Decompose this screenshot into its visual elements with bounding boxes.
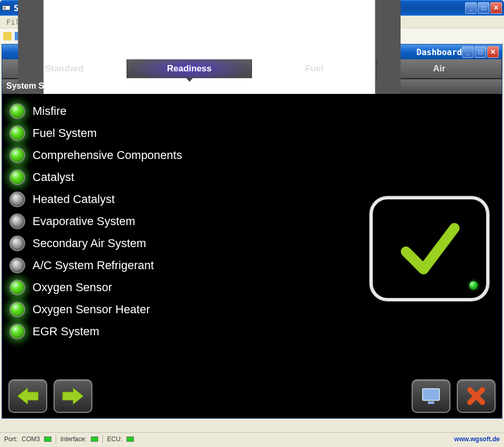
next-button[interactable] [54,379,92,413]
port-indicator-icon [44,437,51,442]
outer-window: ScanMaster-ELM _ □ ✕ File Options Tools … [0,0,504,447]
website-link[interactable]: www.wgsoft.de [454,435,500,443]
tab-standard[interactable]: Standard [2,59,127,78]
nav-buttons-left [8,379,92,413]
overall-status-indicator [370,196,489,301]
dashboard-window: Dashboard _ □ ✕ Standard Readiness Fuel … [2,44,502,419]
status-led-icon [9,191,25,207]
status-label: Secondary Air System [33,237,146,250]
status-dot-icon [469,281,478,290]
status-item: Comprehensive Components [9,147,495,163]
tab-fuel[interactable]: Fuel [252,59,377,78]
status-led-icon [9,302,25,317]
status-label: Oxygen Sensor Heater [33,303,150,316]
cancel-button[interactable] [457,379,496,413]
outer-window-controls: _ □ ✕ [465,2,502,14]
status-label: EGR System [33,325,99,338]
status-led-icon [9,236,25,251]
status-label: Comprehensive Components [33,148,182,162]
status-label: Misfire [33,104,67,118]
port-value: COM3 [22,435,40,443]
status-led-icon [9,169,25,185]
status-label: Oxygen Sensor [33,281,112,294]
svg-rect-18 [428,401,434,404]
ecu-label: ECU: [107,435,122,443]
separator [56,435,56,443]
status-item: Catalyst [9,169,495,185]
dashboard-close-button[interactable]: ✕ [487,46,499,58]
dashboard-minimize-button[interactable]: _ [462,46,474,58]
prev-button[interactable] [8,379,47,413]
port-label: Port: [4,435,17,443]
svg-rect-17 [423,389,439,400]
status-led-icon [9,125,25,141]
statusbar: Port: COM3 Interface: ECU: www.wgsoft.de [0,432,504,445]
maximize-button[interactable]: □ [478,2,489,14]
checkmark-icon [393,212,466,285]
status-led-icon [9,214,25,229]
status-label: Catalyst [33,171,74,184]
status-item: Misfire [9,103,495,119]
interface-indicator-icon [91,437,98,442]
dashboard-window-controls: _ □ ✕ [462,46,499,58]
status-label: Evaporative System [33,215,135,228]
status-label: Heated Catalyst [33,193,115,206]
status-item: Oxygen Sensor Heater [9,302,495,317]
minimize-button[interactable]: _ [465,2,477,14]
arrow-right-icon [61,387,85,406]
status-led-icon [9,258,25,273]
status-label: A/C System Refrigerant [33,259,154,272]
status-led-icon [9,103,25,119]
status-led-icon [9,324,25,339]
close-button[interactable]: ✕ [490,2,502,14]
action-buttons-right [412,379,496,413]
tab-bar: Standard Readiness Fuel Air [2,59,502,79]
monitor-button[interactable] [412,379,450,413]
status-item: EGR System [9,324,495,339]
dashboard-titlebar: Dashboard _ □ ✕ [2,45,502,59]
content-area: MisfireFuel SystemComprehensive Componen… [2,94,502,418]
interface-label: Interface: [60,435,87,443]
status-label: Fuel System [33,126,97,140]
arrow-left-icon [16,387,39,406]
separator [102,435,103,443]
tab-air[interactable]: Air [377,59,502,78]
monitor-icon [421,387,442,406]
dashboard-maximize-button[interactable]: □ [475,46,486,58]
x-icon [466,386,487,407]
tab-readiness[interactable]: Readiness [127,59,252,78]
dashboard-title: Dashboard [416,47,462,57]
status-item: Fuel System [9,125,495,141]
ecu-indicator-icon [127,437,134,442]
status-led-icon [9,280,25,295]
status-led-icon [9,147,25,163]
